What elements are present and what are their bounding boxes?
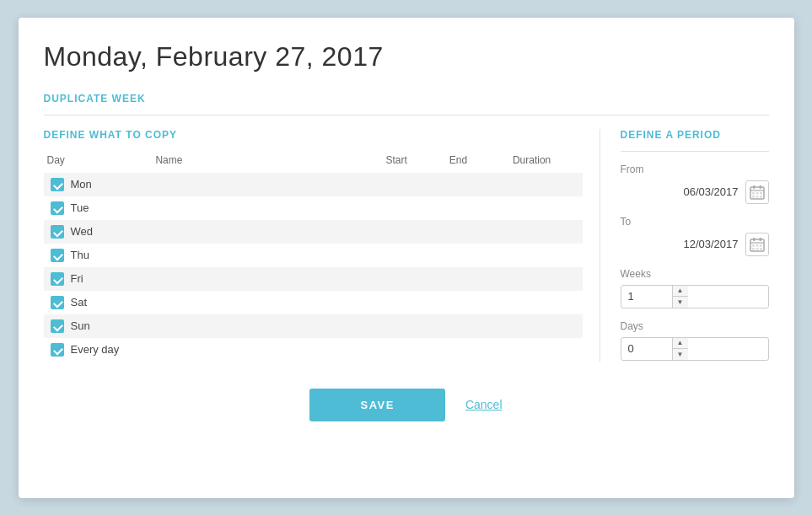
days-arrows: ▲ ▼ [672,338,688,360]
svg-rect-13 [759,238,761,241]
table-scroll-area[interactable]: Day Name Start End Duration MonTueWedThu… [44,151,583,362]
col-header-duration: Duration [509,151,583,173]
table-row: Mon [44,173,583,196]
svg-rect-12 [753,238,756,241]
day-checkbox[interactable] [51,319,64,333]
end-cell [446,314,509,338]
day-cell: Fri [44,267,153,291]
svg-rect-16 [760,244,762,247]
weeks-arrows: ▲ ▼ [672,286,688,308]
day-label: Every day [71,343,120,356]
day-label: Thu [71,249,89,261]
right-panel: DEFINE A PERIOD From 06/03/2017 [600,129,769,362]
day-cell: Tue [44,196,153,220]
start-cell [382,291,445,314]
table-row: Sat [44,291,583,314]
day-checkbox[interactable] [51,249,64,262]
svg-rect-15 [756,244,758,247]
table-row: Wed [44,220,583,244]
start-cell [382,314,445,338]
cancel-button[interactable]: Cancel [465,398,503,411]
duration-cell [509,338,583,362]
table-row: Tue [44,196,583,220]
weeks-input[interactable] [621,287,672,306]
svg-rect-17 [752,248,755,250]
col-header-end: End [446,151,509,173]
day-checkbox[interactable] [51,178,64,191]
day-checkbox[interactable] [51,272,64,286]
name-cell [152,173,382,196]
to-label: To [621,216,769,228]
weeks-down-button[interactable]: ▼ [673,297,688,308]
name-cell [152,314,382,338]
period-divider [621,151,769,152]
copy-table: Day Name Start End Duration MonTueWedThu… [44,151,583,362]
day-cell: Mon [44,173,153,196]
day-checkbox[interactable] [51,296,64,309]
name-cell [152,267,382,291]
weeks-up-button[interactable]: ▲ [673,286,688,297]
name-cell [152,196,382,220]
day-cell: Sun [44,314,153,338]
end-cell [446,338,509,362]
duration-cell [509,267,583,291]
save-button[interactable]: SAVE [309,389,444,421]
name-cell [152,291,382,314]
table-row: Every day [44,338,583,362]
left-panel: DEFINE WHAT TO COPY Day Name Start End D… [44,129,600,362]
name-cell [152,244,382,267]
duplicate-week-title: DUPLICATE WEEK [44,93,769,105]
svg-rect-8 [756,196,758,198]
day-cell: Wed [44,220,153,244]
days-input[interactable] [621,339,672,358]
days-down-button[interactable]: ▼ [673,349,688,360]
from-calendar-icon[interactable] [745,180,769,204]
day-checkbox[interactable] [51,225,64,239]
weeks-spinner[interactable]: ▲ ▼ [621,285,769,308]
from-date-value: 06/03/2017 [621,185,739,198]
day-checkbox[interactable] [51,201,64,215]
svg-rect-19 [760,248,762,250]
copy-section-title: DEFINE WHAT TO COPY [44,129,583,141]
to-calendar-icon[interactable] [745,233,769,256]
day-label: Wed [71,225,94,238]
to-date-field: 12/03/2017 [621,233,769,256]
svg-rect-3 [759,185,761,189]
day-label: Sat [71,296,88,308]
content-area: DEFINE WHAT TO COPY Day Name Start End D… [44,129,769,362]
start-cell [382,244,445,267]
duration-cell [509,244,583,267]
page-title: Monday, February 27, 2017 [44,41,769,72]
day-label: Mon [71,178,92,190]
day-cell: Sat [44,291,153,314]
from-label: From [621,164,769,175]
days-up-button[interactable]: ▲ [673,338,688,349]
start-cell [382,220,445,244]
modal-container: Monday, February 27, 2017 DUPLICATE WEEK… [19,18,794,498]
top-divider [44,115,769,115]
day-cell: Every day [44,338,153,362]
days-spinner[interactable]: ▲ ▼ [621,337,769,361]
end-cell [446,173,509,196]
day-cell: Thu [44,244,153,267]
end-cell [446,267,509,291]
start-cell [382,196,445,220]
start-cell [382,338,445,362]
svg-rect-14 [752,244,755,247]
svg-rect-6 [760,192,762,195]
day-checkbox[interactable] [51,343,64,357]
col-header-name: Name [152,151,382,173]
day-label: Sun [71,319,90,332]
end-cell [446,244,509,267]
svg-rect-5 [756,192,758,195]
days-label: Days [621,320,769,332]
start-cell [382,267,445,291]
col-header-start: Start [382,151,445,173]
end-cell [446,220,509,244]
svg-rect-18 [756,248,758,250]
day-label: Tue [71,201,89,214]
end-cell [446,196,509,220]
duration-cell [509,314,583,338]
duration-cell [509,291,583,314]
svg-rect-2 [753,185,756,189]
